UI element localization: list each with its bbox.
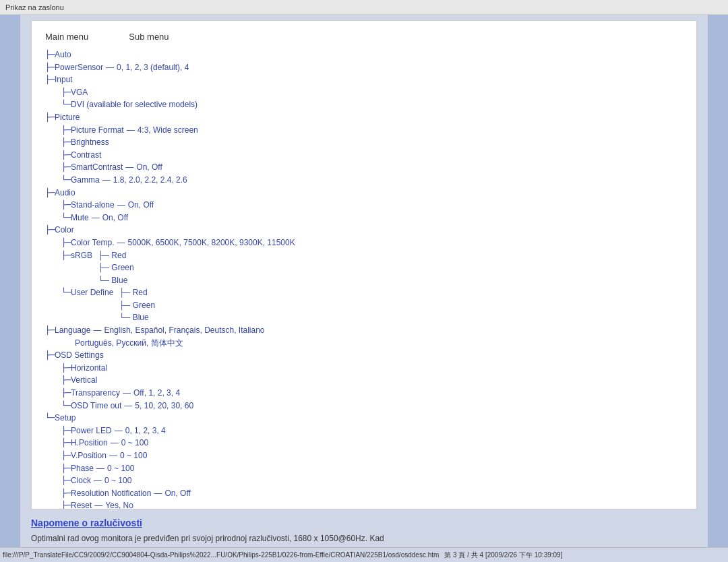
contrast-row: ├─ Contrast <box>45 149 683 162</box>
clock-label: Clock <box>71 474 91 487</box>
standalone-values: On, Off <box>128 199 154 212</box>
osd-timeout-label: OSD Time out <box>71 400 121 412</box>
gamma-row: └─ Gamma — 1.8, 2.0, 2.2, 2.4, 2.6 <box>45 174 683 187</box>
color-label: Color <box>55 224 74 237</box>
reset-label: Reset <box>71 499 92 509</box>
language-label: Language <box>55 324 90 337</box>
phase-row: ├─ Phase — 0 ~ 100 <box>45 462 683 475</box>
transparency-row: ├─ Transparency — Off, 1, 2, 3, 4 <box>45 387 683 400</box>
colortemp-label: Color Temp. <box>71 237 114 249</box>
resolution-notification-values: On, Off <box>164 487 190 500</box>
contrast-label: Contrast <box>71 149 101 162</box>
notes-text: Optimalni rad ovog monitora je predviđen… <box>31 532 697 544</box>
horizontal-label: Horizontal <box>71 362 107 375</box>
bottom-bar: file:///P/P_TranslateFile/CC9/2009/2/CC9… <box>0 547 728 562</box>
osd-settings-row: ├─ OSD Settings <box>45 349 683 362</box>
srgb-sub: ├─ Red ├─ Green └─ Blue <box>92 249 134 287</box>
vga-label: VGA <box>71 86 88 99</box>
powerled-row: ├─ Power LED — 0, 1, 2, 3, 4 <box>45 425 683 437</box>
picture-label: Picture <box>55 111 80 124</box>
auto-label: Auto <box>55 49 71 61</box>
hposition-label: H.Position <box>71 437 108 449</box>
powersensor-label: PowerSensor <box>55 61 103 74</box>
language-extra: Português, Русский, 简体中文 <box>75 337 183 350</box>
sidebar-left <box>0 15 20 547</box>
powerled-label: Power LED <box>71 425 112 437</box>
picture-format-label: Picture Format <box>71 124 124 137</box>
picture-row: ├─ Picture <box>45 111 683 124</box>
transparency-values: Off, 1, 2, 3, 4 <box>133 387 180 400</box>
userdefine-row: └─ User Define ├─ Red ├─ Green └─ Blue <box>45 286 683 324</box>
picture-format-values: 4:3, Wide screen <box>138 124 198 137</box>
input-row: ├─ Input <box>45 73 683 86</box>
language-extra-row: Português, Русский, 简体中文 <box>45 337 683 350</box>
phase-label: Phase <box>71 462 94 475</box>
phase-values: 0 ~ 100 <box>107 462 134 475</box>
language-values: English, Español, Français, Deutsch, Ita… <box>104 324 264 337</box>
resolution-notification-row: ├─ Resolution Notification — On, Off <box>45 487 683 500</box>
gamma-values: 1.8, 2.0, 2.2, 2.4, 2.6 <box>113 174 187 187</box>
vposition-row: ├─ V.Position — 0 ~ 100 <box>45 449 683 462</box>
vga-row: ├─ VGA <box>45 86 683 99</box>
standalone-row: ├─ Stand-alone — On, Off <box>45 199 683 212</box>
language-row: ├─ Language — English, Español, Français… <box>45 324 683 337</box>
osd-timeout-values: 5, 10, 20, 30, 60 <box>135 400 193 412</box>
standalone-label: Stand-alone <box>71 199 115 212</box>
setup-row: └─ Setup <box>45 412 683 425</box>
osd-settings-label: OSD Settings <box>55 349 104 362</box>
bottom-bar-url: file:///P/P_TranslateFile/CC9/2009/2/CC9… <box>3 551 439 559</box>
hposition-row: ├─ H.Position — 0 ~ 100 <box>45 437 683 449</box>
smartcontrast-values: On, Off <box>136 161 162 174</box>
srgb-label: sRGB <box>71 249 92 262</box>
auto-row: ├─ Auto <box>45 49 683 61</box>
hposition-values: 0 ~ 100 <box>121 437 148 449</box>
transparency-label: Transparency <box>71 387 120 400</box>
clock-values: 0 ~ 100 <box>104 474 131 487</box>
main-layout: Main menu Sub menu ├─ Auto ├─ PowerSenso… <box>0 15 728 547</box>
powersensor-values: 0, 1, 2, 3 (default), 4 <box>117 61 189 74</box>
colortemp-row: ├─ Color Temp. — 5000K, 6500K, 7500K, 82… <box>45 237 683 249</box>
smartcontrast-label: SmartContrast <box>71 161 123 174</box>
reset-row: ├─ Reset — Yes, No <box>45 499 683 509</box>
gamma-label: Gamma <box>71 174 100 187</box>
audio-row: ├─ Audio <box>45 187 683 199</box>
page-area[interactable]: Main menu Sub menu ├─ Auto ├─ PowerSenso… <box>31 20 697 509</box>
bottom-bar-info: 第 3 頁 / 共 4 [2009/2/26 下午 10:39:09] <box>444 551 562 560</box>
resolution-notification-label: Resolution Notification <box>71 487 151 500</box>
vertical-row: ├─ Vertical <box>45 374 683 387</box>
clock-row: ├─ Clock — 0 ~ 100 <box>45 474 683 487</box>
dvi-label: DVI (available for selective models) <box>71 98 198 111</box>
vposition-label: V.Position <box>71 449 107 462</box>
reset-values: Yes, No <box>105 499 133 509</box>
brightness-label: Brightness <box>71 136 109 149</box>
input-label: Input <box>55 73 73 86</box>
mute-label: Mute <box>71 212 89 224</box>
srgb-row: ├─ sRGB ├─ Red ├─ Green └─ Blue <box>45 249 683 287</box>
top-bar: Prikaz na zaslonu <box>0 0 728 15</box>
header-sub-menu: Sub menu <box>129 32 169 42</box>
smartcontrast-row: ├─ SmartContrast — On, Off <box>45 161 683 174</box>
powerled-values: 0, 1, 2, 3, 4 <box>125 425 166 437</box>
header-row: Main menu Sub menu <box>45 32 683 42</box>
mute-values: On, Off <box>102 212 128 224</box>
mute-row: └─ Mute — On, Off <box>45 212 683 224</box>
horizontal-row: ├─ Horizontal <box>45 362 683 375</box>
menu-tree: ├─ Auto ├─ PowerSensor — 0, 1, 2, 3 (def… <box>45 49 683 509</box>
notes-title[interactable]: Napomene o razlučivosti <box>31 518 697 528</box>
userdefine-label: User Define <box>71 286 113 299</box>
vertical-label: Vertical <box>71 374 97 387</box>
userdefine-sub: ├─ Red ├─ Green └─ Blue <box>113 286 155 324</box>
brightness-row: ├─ Brightness <box>45 136 683 149</box>
osd-timeout-row: └─ OSD Time out — 5, 10, 20, 30, 60 <box>45 400 683 412</box>
setup-label: Setup <box>55 412 75 425</box>
top-bar-label: Prikaz na zaslonu <box>5 3 64 11</box>
center-content: Main menu Sub menu ├─ Auto ├─ PowerSenso… <box>20 15 708 547</box>
header-main-menu: Main menu <box>45 32 88 42</box>
vposition-values: 0 ~ 100 <box>120 449 147 462</box>
powersensor-row: ├─ PowerSensor — 0, 1, 2, 3 (default), 4 <box>45 61 683 74</box>
notes-section: Napomene o razlučivosti Optimalni rad ov… <box>20 512 708 547</box>
dvi-row: └─ DVI (available for selective models) <box>45 98 683 111</box>
colortemp-values: 5000K, 6500K, 7500K, 8200K, 9300K, 11500… <box>127 237 295 249</box>
sidebar-right <box>708 15 728 547</box>
picture-format-row: ├─ Picture Format — 4:3, Wide screen <box>45 124 683 137</box>
